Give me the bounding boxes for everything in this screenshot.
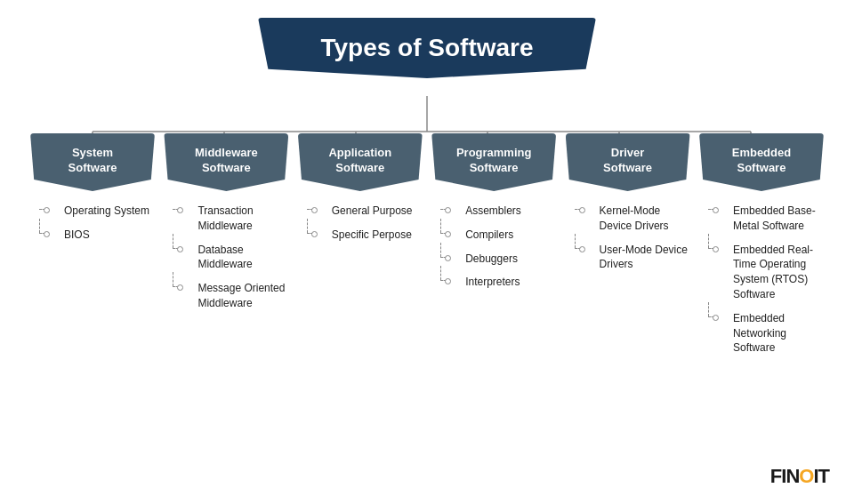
col-box-driver: DriverSoftware (566, 133, 690, 191)
col-unit-driver: DriverSoftware Kernel-Mode Device Driver… (562, 133, 694, 281)
col-unit-system: SystemSoftware Operating System BIOS (27, 133, 158, 252)
list-item: BIOS (36, 228, 158, 243)
logo-fin: FIN (770, 465, 799, 487)
list-item: Operating System (36, 204, 158, 219)
items-list-system: Operating System BIOS (27, 204, 158, 252)
col-label-application: ApplicationSoftware (328, 146, 391, 176)
list-item: User-Mode Device Drivers (571, 243, 694, 273)
col-box-embedded: EmbeddedSoftware (699, 133, 824, 191)
col-label-embedded: EmbeddedSoftware (732, 146, 791, 176)
list-item: Compilers (437, 228, 560, 243)
col-label-middleware: MiddlewareSoftware (195, 146, 258, 176)
items-list-application: General Purpose Specific Perpose (294, 204, 426, 252)
diagram: Types of Software SystemSoftware Operati… (0, 0, 854, 504)
list-item: Embedded Networking Software (705, 311, 827, 356)
items-list-middleware: Transaction Middleware Database Middlewa… (160, 204, 292, 320)
col-unit-embedded: EmbeddedSoftware Embedded Base-Metal Sof… (696, 133, 827, 364)
top-section: Types of Software (27, 18, 827, 78)
title-text: Types of Software (320, 34, 533, 61)
list-item: Embedded Base-Metal Software (705, 204, 827, 234)
col-label-system: SystemSoftware (68, 146, 117, 176)
col-label-programming: ProgrammingSoftware (456, 146, 532, 176)
col-box-application: ApplicationSoftware (298, 133, 423, 191)
list-item: Interpreters (437, 275, 560, 290)
col-box-programming: ProgrammingSoftware (431, 133, 556, 191)
columns-wrapper: SystemSoftware Operating System BIOS Mid… (27, 133, 827, 364)
list-item: Message Oriented Middleware (169, 281, 292, 311)
col-label-driver: DriverSoftware (603, 146, 652, 176)
title-box: Types of Software (258, 18, 596, 78)
items-list-embedded: Embedded Base-Metal Software Embedded Re… (696, 204, 827, 364)
col-box-middleware: MiddlewareSoftware (164, 133, 288, 191)
list-item: Specific Perpose (303, 228, 426, 243)
logo: FINOIT (770, 465, 829, 488)
list-item: Kernel-Mode Device Drivers (571, 204, 694, 234)
logo-it: IT (813, 465, 829, 487)
items-list-driver: Kernel-Mode Device Drivers User-Mode Dev… (562, 204, 694, 281)
list-item: Transaction Middleware (169, 204, 292, 234)
list-item: General Purpose (303, 204, 426, 219)
list-item: Embedded Real-Time Operating System (RTO… (705, 243, 827, 302)
col-unit-middleware: MiddlewareSoftware Transaction Middlewar… (160, 133, 292, 320)
col-box-system: SystemSoftware (30, 133, 155, 191)
list-item: Database Middleware (169, 243, 292, 273)
col-unit-application: ApplicationSoftware General Purpose Spec… (294, 133, 426, 252)
items-list-programming: Assemblers Compilers Debuggers Interpret… (428, 204, 560, 299)
list-item: Assemblers (437, 204, 560, 219)
logo-o: O (799, 465, 813, 487)
list-item: Debuggers (437, 252, 560, 267)
col-unit-programming: ProgrammingSoftware Assemblers Compilers… (428, 133, 560, 299)
